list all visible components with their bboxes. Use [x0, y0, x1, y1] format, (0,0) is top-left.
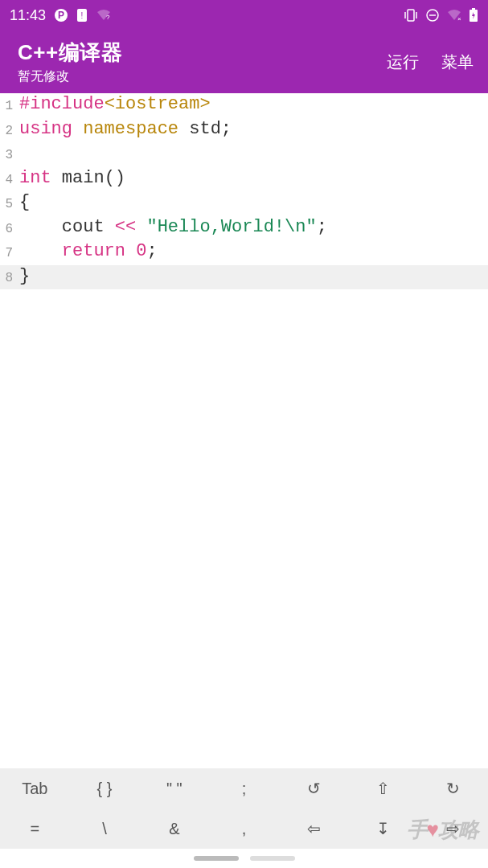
- symbol-key[interactable]: ⇧: [349, 768, 419, 809]
- symbol-key[interactable]: { }: [70, 768, 140, 809]
- line-number: 7: [0, 240, 16, 265]
- svg-rect-12: [472, 8, 475, 10]
- symbol-row-1: Tab{ }" ";↺⇧↻: [0, 768, 488, 809]
- code-line[interactable]: 6 cout << "Hello,World!\n";: [0, 216, 488, 241]
- svg-text:?: ?: [106, 14, 110, 21]
- menu-button[interactable]: 菜单: [441, 51, 474, 73]
- line-number: 8: [0, 265, 16, 290]
- status-time: 11:43: [10, 7, 46, 24]
- symbol-key[interactable]: " ": [139, 768, 209, 809]
- code-line[interactable]: 7 return 0;: [0, 240, 488, 265]
- status-bar: 11:43 P ! ? ×: [0, 0, 488, 31]
- parking-icon: P: [54, 8, 68, 23]
- line-number: 3: [0, 142, 16, 167]
- symbol-key[interactable]: ,: [209, 809, 279, 849]
- svg-text:×: ×: [457, 15, 461, 22]
- code-content[interactable]: using namespace std;: [16, 118, 232, 143]
- sim-icon: !: [76, 8, 88, 23]
- symbol-key[interactable]: Tab: [0, 768, 70, 809]
- app-title-group: C++编译器 暂无修改: [18, 39, 122, 85]
- line-number: 4: [0, 167, 16, 192]
- symbol-key[interactable]: =: [0, 809, 70, 849]
- symbol-key[interactable]: ↺: [279, 768, 349, 809]
- app-subtitle: 暂无修改: [18, 68, 122, 85]
- symbol-key[interactable]: ↻: [418, 768, 488, 809]
- symbol-key[interactable]: \: [70, 809, 140, 849]
- run-button[interactable]: 运行: [387, 51, 419, 73]
- symbol-key[interactable]: &: [139, 809, 209, 849]
- symbol-row-2: =\&,⇦↧⇨: [0, 809, 488, 849]
- line-number: 1: [0, 93, 16, 118]
- code-line[interactable]: 1#include<iostream>: [0, 93, 488, 118]
- wifi-weak-icon: ?: [96, 9, 112, 22]
- symbol-key[interactable]: ↧: [349, 809, 419, 849]
- code-editor[interactable]: 1#include<iostream>2using namespace std;…: [0, 93, 488, 768]
- code-line[interactable]: 2using namespace std;: [0, 118, 488, 143]
- code-content[interactable]: }: [16, 265, 30, 290]
- code-line[interactable]: 5{: [0, 191, 488, 216]
- app-title: C++编译器: [18, 39, 122, 67]
- nav-pill[interactable]: [194, 856, 239, 861]
- symbol-key[interactable]: ⇦: [279, 809, 349, 849]
- app-actions: 运行 菜单: [387, 51, 474, 73]
- code-content[interactable]: cout << "Hello,World!\n";: [16, 216, 327, 241]
- code-line[interactable]: 8}: [0, 265, 488, 290]
- code-content[interactable]: int main(): [16, 167, 125, 192]
- code-line[interactable]: 3: [0, 142, 488, 167]
- code-content[interactable]: return 0;: [16, 240, 158, 265]
- status-right: ×: [403, 8, 478, 23]
- symbol-key[interactable]: ;: [209, 768, 279, 809]
- symbol-key[interactable]: ⇨: [418, 809, 488, 849]
- app-bar: C++编译器 暂无修改 运行 菜单: [0, 31, 488, 93]
- code-content[interactable]: [16, 142, 19, 167]
- line-number: 2: [0, 118, 16, 143]
- wifi-error-icon: ×: [446, 9, 462, 22]
- code-content[interactable]: #include<iostream>: [16, 93, 211, 118]
- svg-text:P: P: [58, 10, 64, 21]
- battery-charging-icon: [469, 8, 478, 23]
- nav-bar: [0, 849, 488, 868]
- line-number: 5: [0, 191, 16, 216]
- svg-text:!: !: [81, 11, 84, 20]
- nav-pill[interactable]: [250, 856, 295, 861]
- code-line[interactable]: 4int main(): [0, 167, 488, 192]
- status-left: 11:43 P ! ?: [10, 7, 112, 24]
- svg-rect-5: [408, 10, 414, 21]
- vibrate-icon: [403, 8, 419, 23]
- dnd-icon: [425, 8, 440, 23]
- code-content[interactable]: {: [16, 191, 30, 216]
- symbol-toolbar: Tab{ }" ";↺⇧↻ =\&,⇦↧⇨: [0, 768, 488, 849]
- line-number: 6: [0, 216, 16, 241]
